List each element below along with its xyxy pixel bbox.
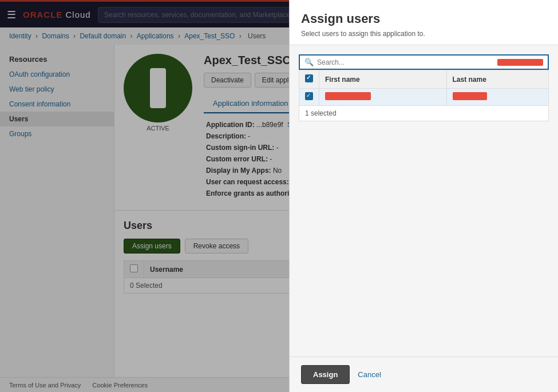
search-value-redacted (497, 59, 543, 66)
lastname-redacted (453, 92, 487, 100)
panel-row-firstname (319, 89, 447, 106)
panel-checkbox-header (299, 70, 319, 89)
panel-subtitle: Select users to assign this application … (301, 30, 547, 38)
assign-button[interactable]: Assign (301, 365, 350, 384)
panel-firstname-header: First name (319, 70, 447, 89)
panel-lastname-header: Last name (446, 70, 548, 89)
firstname-redacted (325, 92, 371, 100)
panel-row-checkbox[interactable] (299, 89, 319, 106)
panel-header: Assign users Select users to assign this… (290, 0, 558, 45)
panel-search-container: 🔍 (299, 54, 549, 70)
panel-title: Assign users (301, 11, 547, 26)
panel-footer: Assign Cancel (290, 357, 558, 392)
panel-users-table: First name Last name (299, 70, 549, 106)
panel-row-lastname (446, 89, 548, 106)
panel-body: 🔍 First name Last name (290, 45, 558, 357)
cancel-button[interactable]: Cancel (358, 370, 381, 379)
panel-search-input[interactable] (317, 58, 497, 66)
panel-selected-count: 1 selected (299, 106, 549, 121)
search-icon: 🔍 (304, 58, 314, 66)
assign-users-panel: Assign users Select users to assign this… (289, 0, 558, 392)
panel-table-row (299, 89, 549, 106)
